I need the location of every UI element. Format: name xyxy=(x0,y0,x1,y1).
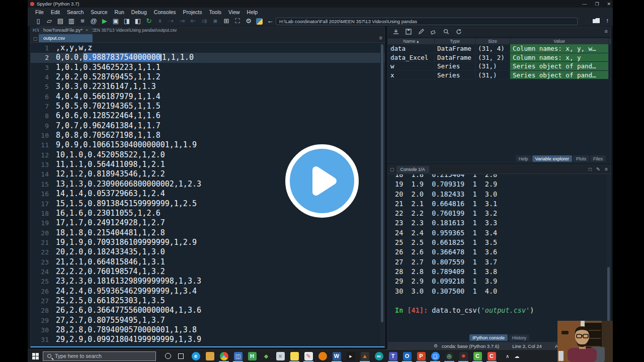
tab-help[interactable]: Help xyxy=(516,155,531,162)
debug-file-icon[interactable]: ⏸ xyxy=(154,16,166,26)
taskbar-icon-blue-app[interactable]: ◫ xyxy=(231,350,245,362)
editor-line[interactable]: 3028,2.8,0.7894090570000001,1,3.8 xyxy=(31,325,384,335)
editor-line[interactable]: 2422,2.2,0.760198574,1,3.2 xyxy=(31,267,384,277)
clear-console-icon[interactable]: ✎ xyxy=(596,166,600,172)
taskbar-icon-notepad[interactable]: ≡ xyxy=(273,350,287,362)
menu-tools[interactable]: Tools xyxy=(206,9,225,15)
console-output[interactable]: 18 1.8 0.215404 1 2.819 1.9 0.709319 1 2… xyxy=(395,174,606,315)
import-data-icon[interactable] xyxy=(393,29,399,35)
tab-variable-explorer[interactable]: Variable explorer xyxy=(532,155,572,162)
editor-line[interactable]: 2018,1.8,0.215404481,1,2.8 xyxy=(31,228,384,238)
editor-line[interactable]: 53,0.3,0.22316147,1,1.3 xyxy=(31,82,384,92)
taskbar-icon-paint[interactable]: ✎ xyxy=(301,350,315,362)
editor-line[interactable]: 2321,2.1,0.664815846,1,3.1 xyxy=(31,257,384,267)
editor-line[interactable]: 2927,2.7,0.807559495,1,3.7 xyxy=(31,316,384,325)
rerun-cell-icon[interactable]: ◧ xyxy=(132,16,143,26)
tab-history[interactable]: History xyxy=(509,334,529,341)
menu-debug[interactable]: Debug xyxy=(128,9,150,15)
python-logo-icon[interactable] xyxy=(256,18,263,25)
menu-source[interactable]: Source xyxy=(87,9,111,15)
fullscreen-icon[interactable]: ⛶ xyxy=(232,16,243,26)
task-view-icon[interactable] xyxy=(178,353,184,359)
editor-line[interactable]: 2624,2.4,0.9593654629999999,1,3.4 xyxy=(31,287,384,296)
taskbar-search-input[interactable]: Type here to search xyxy=(43,351,156,361)
tab-ipython-console[interactable]: IPython console xyxy=(469,334,508,341)
editor-line[interactable]: 3129,2.9,0.09921804199999999,1,3.9 xyxy=(31,335,384,344)
cortana-icon[interactable] xyxy=(165,353,171,359)
editor-line[interactable]: 2725,2.5,0.661825303,1,3.5 xyxy=(31,296,384,306)
menu-help[interactable]: Help xyxy=(244,9,262,15)
editor-line[interactable]: 1917,1.7,0.249124928,1,2.7 xyxy=(31,218,384,228)
console-options-menu-icon[interactable]: ≡ xyxy=(605,166,608,172)
taskbar-icon-teams[interactable]: T xyxy=(386,350,400,362)
editor-line[interactable]: 42,0.2,0.528769455,1,1.2 xyxy=(31,72,384,82)
step-over-icon[interactable]: ⇢ xyxy=(166,16,177,26)
console-tab[interactable]: Console 1/A xyxy=(396,166,429,173)
step-return-icon[interactable]: ⇤ xyxy=(188,16,199,26)
continue-execution-icon[interactable]: ⇉ xyxy=(199,16,210,26)
editor-tab-howToreadFile-py-[interactable]: howToreadFile.py*× xyxy=(39,26,93,34)
taskbar-icon-edge[interactable]: e xyxy=(189,350,203,362)
editor-line[interactable]: 2826,2.6,0.36647755600000004,1,3.6 xyxy=(31,306,384,315)
menu-projects[interactable]: Projects xyxy=(180,9,206,15)
taskbar-icon-camtasia[interactable]: C xyxy=(470,350,485,362)
play-button[interactable] xyxy=(285,144,359,218)
editor-line[interactable]: 2119,1.9,0.7093186109999999,1,2.9 xyxy=(31,238,384,247)
restart-kernel-icon[interactable]: ↻ xyxy=(143,16,154,26)
close-button[interactable]: ✕ xyxy=(607,2,611,7)
editor-line[interactable]: 2523,2.3,0.18161329899999998,1,3.3 xyxy=(31,277,384,286)
editor-tab-output-csv[interactable]: output.csv xyxy=(39,34,93,42)
editor-line[interactable]: 86,0.6,0.128522464,1,1.6 xyxy=(31,111,384,121)
menu-search[interactable]: Search xyxy=(63,9,87,15)
run-cell-icon[interactable]: ▣ xyxy=(110,16,121,26)
stop-debugging-icon[interactable]: ■ xyxy=(210,16,221,26)
taskbar-icon-diamond-app[interactable]: ◆ xyxy=(259,350,273,362)
editor-line[interactable]: 75,0.5,0.702194365,1,1.5 xyxy=(31,102,384,111)
variable-row[interactable]: data_ExcelDataFrame(31, 2)Column names: … xyxy=(388,53,611,62)
taskbar-icon-sticky-notes[interactable] xyxy=(287,350,301,362)
preferences-wrench-icon[interactable]: ⚙ xyxy=(243,16,254,26)
onedrive-cloud-icon[interactable]: ☁ xyxy=(514,353,519,359)
back-button[interactable]: ← xyxy=(265,16,276,26)
restore-button[interactable]: ❐ xyxy=(595,2,599,7)
taskbar-icon-obs[interactable]: ◎ xyxy=(442,350,456,362)
variable-row[interactable]: wSeries(31,)Series object of pand… xyxy=(388,62,611,71)
editor-scrollbar[interactable] xyxy=(380,43,384,345)
menu-edit[interactable]: Edit xyxy=(47,9,63,15)
close-tab-icon[interactable]: × xyxy=(86,28,88,32)
step-into-icon[interactable]: ⇥ xyxy=(177,16,188,26)
editor-line[interactable]: 64,0.4,0.566187979,1,1.4 xyxy=(31,92,384,102)
variable-row[interactable]: xSeries(31,)Series object of pand… xyxy=(388,71,611,80)
taskbar-icon-terminal[interactable]: ▸ xyxy=(344,350,358,362)
taskbar-icon-word[interactable]: W xyxy=(330,350,344,362)
edit-icon[interactable] xyxy=(418,29,424,35)
open-file-icon[interactable]: ▱ xyxy=(44,16,55,26)
menu-view[interactable]: View xyxy=(225,9,244,15)
save-data-icon[interactable] xyxy=(406,29,412,35)
taskbar-icon-file-explorer[interactable] xyxy=(203,350,217,362)
run-configuration-icon[interactable]: @ xyxy=(88,16,99,26)
taskbar-icon-matlab[interactable]: ▲ xyxy=(358,350,372,362)
editor-options-menu-icon[interactable]: ≡ xyxy=(379,35,382,41)
save-file-icon[interactable]: ▤ xyxy=(55,16,66,26)
editor-line[interactable]: 97,0.7,0.962461384,1,1.7 xyxy=(31,121,384,131)
taskbar-icon-zoom[interactable]: ◻ xyxy=(428,350,442,362)
variable-row[interactable]: dataDataFrame(31, 4)Column names: x, y, … xyxy=(388,44,611,53)
variable-explorer-options-icon[interactable]: ≡ xyxy=(605,28,608,34)
menu-run[interactable]: Run xyxy=(111,9,128,15)
browse-directory-icon[interactable] xyxy=(593,18,600,23)
menu-consoles[interactable]: Consoles xyxy=(150,9,180,15)
search-icon[interactable] xyxy=(443,29,449,35)
taskbar-icon-chrome[interactable]: ● xyxy=(217,350,231,362)
taskbar-icon-red-swirl-app[interactable]: ✹ xyxy=(456,350,470,362)
column-header-size[interactable]: Size xyxy=(475,38,510,44)
run-file-icon[interactable]: ▶ xyxy=(99,16,110,26)
refresh-icon[interactable] xyxy=(456,29,462,35)
editor-line[interactable]: 108,0.8,0.705627198,1,1.8 xyxy=(31,131,384,140)
taskbar-icon-outlook[interactable]: O xyxy=(400,350,414,362)
column-header-type[interactable]: Type xyxy=(435,38,475,44)
remove-variable-icon[interactable] xyxy=(431,29,437,35)
column-header-name[interactable]: Name ▴ xyxy=(388,38,435,44)
editor-scrollbar-thumb[interactable] xyxy=(381,44,383,322)
variable-table-header[interactable]: Name ▴TypeSizeValue xyxy=(388,38,611,44)
